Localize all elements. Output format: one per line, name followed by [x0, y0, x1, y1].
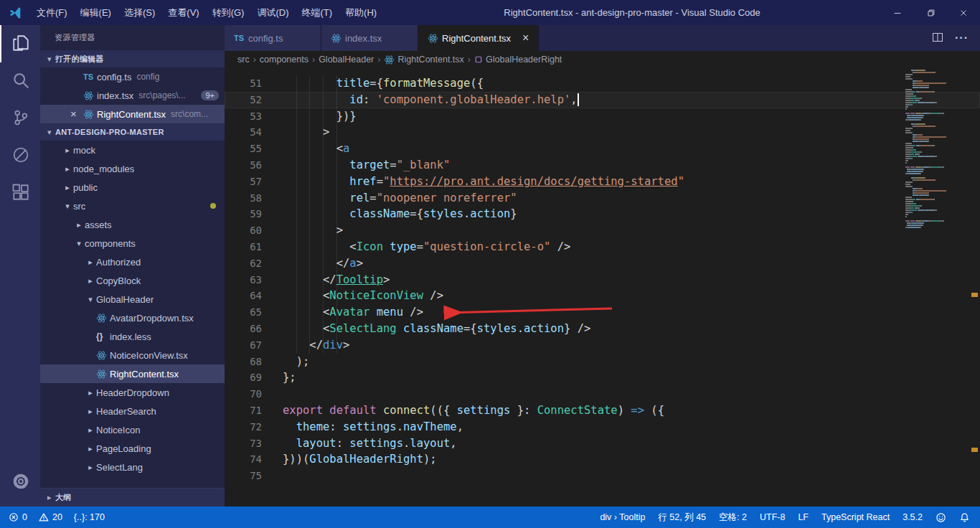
open-editor-item[interactable]: TSconfig.tsconfig — [40, 67, 225, 86]
menu-item[interactable]: 文件(F) — [30, 0, 74, 25]
project-root-header[interactable]: ▾ ANT-DESIGN-PRO-MASTER — [40, 123, 225, 141]
chevron-right-icon: ▸ — [85, 276, 96, 286]
breadcrumb-item[interactable]: components — [260, 55, 308, 65]
code-line-69[interactable]: 69}; — [225, 369, 980, 386]
code-line-65[interactable]: 65 <Avatar menu /> — [225, 304, 980, 321]
code-line-68[interactable]: 68 ); — [225, 354, 980, 370]
tab-index-tsx[interactable]: index.tsx — [321, 25, 418, 51]
extensions-activity-button[interactable] — [0, 174, 40, 212]
tree-item-rightcontent-tsx[interactable]: RightContent.tsx — [40, 364, 225, 383]
tree-item-avatardropdown-tsx[interactable]: AvatarDropdown.tsx — [40, 308, 225, 327]
split-editor-icon[interactable] — [932, 32, 943, 45]
restore-button[interactable] — [914, 0, 947, 25]
status-eol[interactable]: LF — [798, 512, 809, 522]
menu-item[interactable]: 终端(T) — [295, 0, 339, 25]
outline-header[interactable]: ▸ 大纲 — [40, 488, 225, 506]
tree-item-globalheader[interactable]: ▾GlobalHeader — [40, 290, 225, 308]
breadcrumb-item[interactable]: RightContent.tsx — [384, 55, 463, 65]
code-line-53[interactable]: 53 })} — [225, 108, 980, 125]
code-line-63[interactable]: 63 </Tooltip> — [225, 272, 980, 288]
status-feedback[interactable] — [936, 512, 946, 523]
editor-actions: ··· — [932, 25, 980, 51]
tab-config-ts[interactable]: TSconfig.ts — [225, 25, 321, 51]
status-cursor-position[interactable]: 行 52, 列 45 — [658, 512, 706, 524]
code-line-70[interactable]: 70 — [225, 386, 980, 402]
tree-item-headersearch[interactable]: ▸HeaderSearch — [40, 402, 225, 420]
more-actions-icon[interactable]: ··· — [955, 32, 969, 44]
line-number: 52 — [225, 92, 262, 108]
status-warnings[interactable]: 20 — [39, 512, 62, 522]
menu-item[interactable]: 查看(V) — [161, 0, 205, 25]
code-line-61[interactable]: 61 <Icon type="question-circle-o" /> — [225, 239, 980, 255]
tree-item-components[interactable]: ▾components — [40, 234, 225, 253]
code-line-55[interactable]: 55 <a — [225, 141, 980, 157]
code-line-73[interactable]: 73 layout: settings.layout, — [225, 435, 980, 452]
code-line-75[interactable]: 75 — [225, 468, 980, 484]
breadcrumb-item[interactable]: src — [237, 55, 250, 65]
code-line-62[interactable]: 62 </a> — [225, 255, 980, 272]
tab-rightcontent-tsx[interactable]: RightContent.tsx× — [418, 25, 539, 51]
code-line-58[interactable]: 58 rel="noopener noreferrer" — [225, 190, 980, 207]
search-activity-button[interactable] — [0, 62, 40, 100]
tree-item-noticeiconview-tsx[interactable]: NoticeIconView.tsx — [40, 346, 225, 364]
menu-item[interactable]: 转到(G) — [206, 0, 251, 25]
tree-item-src[interactable]: ▾src — [40, 197, 225, 215]
code-line-71[interactable]: 71export default connect(({ settings }: … — [225, 402, 980, 419]
status-ts-version[interactable]: 3.5.2 — [903, 512, 923, 522]
code-line-57[interactable]: 57 href="https://pro.ant.design/docs/get… — [225, 174, 980, 190]
tree-item-assets[interactable]: ▸assets — [40, 215, 225, 234]
status-notifications[interactable] — [959, 512, 970, 523]
activity-bar — [0, 25, 40, 506]
vscode-logo-icon — [0, 6, 30, 19]
tree-item-public[interactable]: ▸public — [40, 178, 225, 197]
tree-item-copyblock[interactable]: ▸CopyBlock — [40, 271, 225, 290]
open-editor-item[interactable]: ×RightContent.tsxsrc\com... — [40, 105, 225, 123]
window-title: RightContent.tsx - ant-design-pro-master… — [383, 7, 881, 18]
menu-item[interactable]: 帮助(H) — [339, 0, 383, 25]
tree-item-noticeicon[interactable]: ▸NoticeIcon — [40, 420, 225, 439]
source-control-activity-button[interactable] — [0, 100, 40, 137]
code-line-52[interactable]: 52 id: 'component.globalHeader.help', — [225, 92, 980, 108]
close-tab-icon[interactable]: × — [522, 33, 529, 43]
status-encoding[interactable]: UTF-8 — [760, 512, 785, 522]
tree-item-index-less[interactable]: {}index.less — [40, 327, 225, 346]
tree-item-headerdropdown[interactable]: ▸HeaderDropdown — [40, 383, 225, 402]
code-line-66[interactable]: 66 <SelectLang className={styles.action}… — [225, 321, 980, 337]
code-line-67[interactable]: 67 </div> — [225, 337, 980, 354]
status-bracket-count[interactable]: {..}: 170 — [74, 512, 105, 522]
code-line-56[interactable]: 56 target="_blank" — [225, 157, 980, 174]
code-line-54[interactable]: 54 > — [225, 124, 980, 141]
tree-item-selectlang[interactable]: ▸SelectLang — [40, 458, 225, 476]
chevron-down-icon: ▾ — [44, 128, 55, 137]
status-language-mode[interactable]: TypeScript React — [821, 512, 890, 522]
code-line-59[interactable]: 59 className={styles.action} — [225, 206, 980, 222]
status-errors[interactable]: 0 — [9, 512, 27, 522]
tree-item-mock[interactable]: ▸mock — [40, 141, 225, 159]
minimize-button[interactable] — [881, 0, 914, 25]
debug-activity-button[interactable] — [0, 137, 40, 174]
breadcrumb-item[interactable]: GlobalHeader — [319, 55, 374, 65]
minimap[interactable] — [905, 70, 971, 231]
close-editor-icon[interactable]: × — [70, 109, 83, 119]
chevron-right-icon: ▸ — [62, 183, 73, 192]
tree-item-pageloading[interactable]: ▸PageLoading — [40, 439, 225, 458]
status-indentation[interactable]: 空格: 2 — [719, 512, 747, 524]
code-line-51[interactable]: 51 title={formatMessage({ — [225, 75, 980, 92]
code-line-74[interactable]: 74}))(GlobalHeaderRight); — [225, 451, 980, 468]
tree-item-authorized[interactable]: ▸Authorized — [40, 253, 225, 271]
code-line-60[interactable]: 60 > — [225, 222, 980, 239]
menu-item[interactable]: 选择(S) — [118, 0, 161, 25]
breadcrumb-item[interactable]: GlobalHeaderRight — [474, 55, 562, 65]
explorer-activity-button[interactable] — [0, 25, 40, 62]
tree-item-node-modules[interactable]: ▸node_modules — [40, 159, 225, 178]
open-editors-header[interactable]: ▾ 打开的编辑器 — [40, 50, 225, 67]
settings-activity-button[interactable] — [0, 463, 40, 501]
status-jsx-path[interactable]: div › Tooltip — [600, 512, 645, 522]
close-button[interactable] — [947, 0, 980, 25]
code-line-72[interactable]: 72 theme: settings.navTheme, — [225, 419, 980, 435]
code-line-64[interactable]: 64 <NoticeIconView /> — [225, 288, 980, 304]
menu-item[interactable]: 调试(D) — [250, 0, 295, 25]
menu-item[interactable]: 编辑(E) — [74, 0, 118, 25]
code-editor[interactable]: 51 title={formatMessage({52 id: 'compone… — [225, 68, 980, 506]
open-editor-item[interactable]: index.tsxsrc\pages\...9+ — [40, 86, 225, 105]
